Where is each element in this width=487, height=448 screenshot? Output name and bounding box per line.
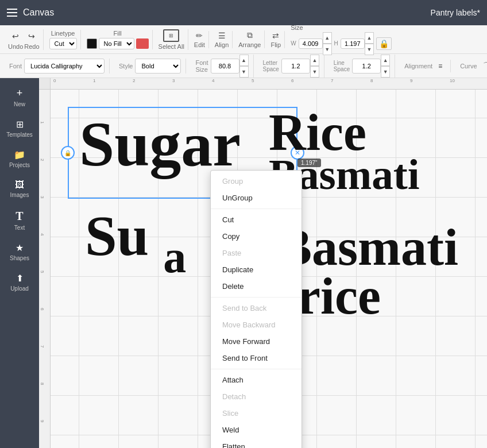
- font-group: Font Lucida Calligraphy: [5, 59, 110, 74]
- letter-space-up[interactable]: ▲: [310, 55, 319, 66]
- size-w-stepper: ▲ ▼: [299, 32, 332, 55]
- undo-button[interactable]: ↩: [9, 29, 22, 43]
- main-toolbar: ↩ Undo ↪ Redo Linetype Cut Fill No Fill: [0, 25, 487, 54]
- letter-space-group: Letter Space ▲ ▼: [258, 55, 324, 78]
- canvas-text-rice2[interactable]: rice: [297, 271, 381, 322]
- sidebar-item-templates[interactable]: ⊞ Templates: [3, 114, 36, 142]
- sidebar-templates-label: Templates: [6, 132, 33, 138]
- sidebar-item-images[interactable]: 🖼 Images: [3, 175, 36, 203]
- size-h-up[interactable]: ▲: [365, 32, 374, 44]
- ctx-copy[interactable]: Copy: [211, 228, 302, 245]
- ctx-delete[interactable]: Delete: [211, 278, 302, 295]
- flip-label[interactable]: Flip: [270, 41, 281, 48]
- su-text: Su: [85, 204, 149, 268]
- alignment-label: Alignment: [404, 63, 432, 69]
- size-group: Size W ▲ ▼ H ▲ ▼ 🔒: [287, 24, 395, 55]
- letter-space-label: Letter Space: [263, 60, 279, 72]
- arrange-icon: ⧉: [247, 30, 253, 40]
- select-all-label[interactable]: Select All: [159, 43, 184, 50]
- alignment-group: Alignment ≡: [400, 60, 451, 72]
- line-space-down[interactable]: ▼: [381, 66, 390, 78]
- font-size-stepper: ▲ ▼: [211, 55, 249, 78]
- curve-button[interactable]: ⌒: [480, 59, 488, 73]
- ctx-move-forward[interactable]: Move Forward: [211, 333, 302, 350]
- line-space-input[interactable]: [352, 59, 381, 74]
- style-select[interactable]: Bold: [135, 59, 181, 74]
- edit-icon: ✏: [196, 31, 203, 40]
- canvas-content: 🔒 ✕ 1.197" Sugar Rice Basmati Su a Basma…: [51, 90, 487, 448]
- text-toolbar: Font Lucida Calligraphy Style Bold Font …: [0, 54, 487, 78]
- font-size-down[interactable]: ▼: [239, 66, 249, 78]
- sidebar-item-new[interactable]: + New: [3, 83, 36, 112]
- redo-button[interactable]: ↪: [25, 29, 38, 43]
- edit-label[interactable]: Edit: [194, 41, 205, 48]
- ctx-paste: Paste: [211, 245, 302, 261]
- ruler-corner: [39, 78, 51, 90]
- sidebar-item-text[interactable]: T Text: [3, 205, 36, 235]
- ctx-send-to-front[interactable]: Send to Front: [211, 350, 302, 366]
- ctx-detach: Detach: [211, 388, 302, 405]
- select-all-group: ⊞ Select All: [155, 29, 188, 50]
- letter-space-down[interactable]: ▼: [310, 66, 319, 78]
- canvas-text-su[interactable]: Su a: [85, 207, 186, 265]
- ctx-attach[interactable]: Attach: [211, 372, 302, 388]
- linetype-group: Linetype Cut: [46, 30, 81, 49]
- ctx-move-backward: Move Backward: [211, 316, 302, 333]
- size-label: Size: [291, 24, 392, 31]
- sidebar-images-label: Images: [10, 192, 29, 198]
- stroke-color-swatch[interactable]: [136, 38, 149, 49]
- ruler-vertical: 1 2 3 4 5 6 7 8 9: [39, 90, 51, 448]
- fill-color-swatch[interactable]: [87, 38, 97, 49]
- font-label: Font: [9, 63, 22, 69]
- letter-space-input[interactable]: [281, 59, 310, 74]
- ctx-cut[interactable]: Cut: [211, 211, 302, 228]
- undo-label: Undo: [8, 43, 23, 50]
- flip-icon: ⇄: [272, 31, 279, 40]
- fill-label: Fill: [114, 30, 122, 37]
- size-w-down[interactable]: ▼: [323, 44, 332, 55]
- sidebar-text-label: Text: [14, 225, 25, 231]
- size-w-input[interactable]: [299, 38, 323, 49]
- letter-space-stepper: ▲ ▼: [281, 55, 319, 78]
- arrange-label[interactable]: Arrange: [238, 41, 261, 48]
- align-label[interactable]: Align: [215, 41, 229, 48]
- line-space-up[interactable]: ▲: [381, 55, 390, 66]
- lock-handle[interactable]: 🔒: [61, 146, 75, 160]
- lock-aspect-icon[interactable]: 🔒: [376, 37, 392, 50]
- font-size-up[interactable]: ▲: [239, 55, 249, 66]
- templates-icon: ⊞: [16, 119, 24, 130]
- fill-select[interactable]: No Fill: [99, 38, 134, 49]
- ctx-group: Group: [211, 173, 302, 190]
- ctx-ungroup[interactable]: UnGroup: [211, 190, 302, 206]
- sidebar-new-label: New: [14, 101, 25, 107]
- font-select[interactable]: Lucida Calligraphy: [24, 59, 105, 74]
- linetype-select[interactable]: Cut: [49, 38, 77, 49]
- canvas-text-basmati2[interactable]: Basmati: [277, 222, 458, 273]
- ctx-flatten[interactable]: Flatten: [211, 438, 302, 448]
- ctx-weld[interactable]: Weld: [211, 422, 302, 438]
- sidebar-projects-label: Projects: [9, 162, 30, 168]
- redo-label: Redo: [24, 43, 39, 50]
- alignment-left-button[interactable]: ≡: [435, 60, 446, 72]
- size-h-input[interactable]: [341, 38, 365, 49]
- header: Canvas Pantry labels*: [0, 0, 487, 25]
- size-h-down[interactable]: ▼: [365, 44, 374, 55]
- sidebar-item-upload[interactable]: ⬆ Upload: [3, 268, 36, 296]
- fill-group: Fill No Fill: [83, 30, 153, 49]
- font-size-input[interactable]: [211, 59, 239, 74]
- size-h-stepper: ▲ ▼: [341, 32, 374, 55]
- ctx-divider-3: [211, 369, 302, 369]
- sidebar-item-projects[interactable]: 📁 Projects: [3, 145, 36, 173]
- style-label: Style: [119, 63, 133, 69]
- header-left: Canvas: [7, 7, 54, 18]
- text-icon: T: [16, 210, 23, 223]
- ctx-duplicate[interactable]: Duplicate: [211, 261, 302, 278]
- sidebar-item-shapes[interactable]: ★ Shapes: [3, 238, 36, 266]
- canvas-text-sugar[interactable]: Sugar: [79, 113, 241, 176]
- sidebar-upload-label: Upload: [10, 285, 29, 292]
- font-size-group: Font Size ▲ ▼: [191, 55, 253, 78]
- size-w-up[interactable]: ▲: [323, 32, 332, 44]
- canvas-area[interactable]: 0 1 2 3 4 5 6 7 8 9 10 1 2 3 4 5 6: [39, 78, 487, 448]
- sidebar: + New ⊞ Templates 📁 Projects 🖼 Images T …: [0, 78, 39, 448]
- hamburger-menu[interactable]: [7, 9, 17, 17]
